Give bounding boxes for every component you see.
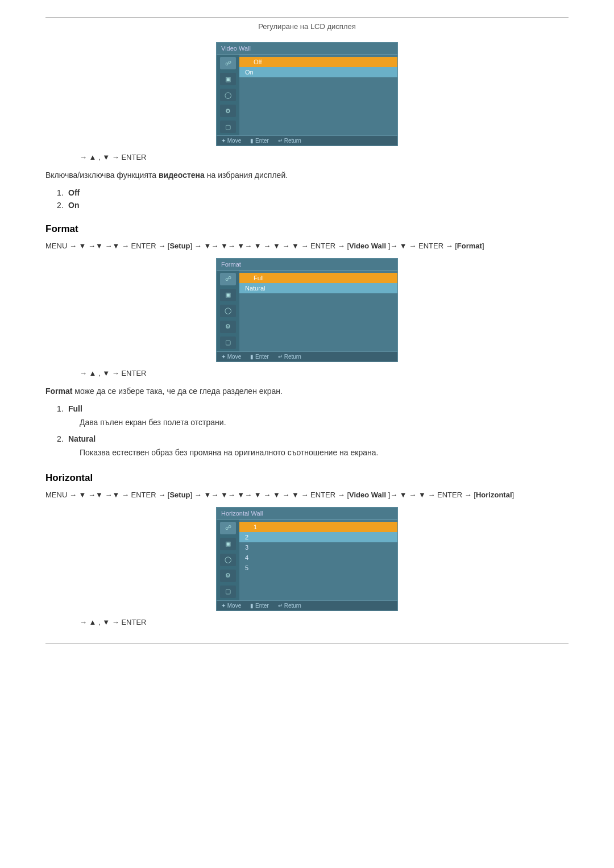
list-label-off: Off [68, 188, 80, 197]
format-option-natural[interactable]: Natural [239, 283, 397, 293]
format-icon-doc: ▢ [220, 337, 236, 349]
format-footer: ✦ Move ▮ Enter ↵ Return [217, 351, 397, 362]
footer-enter: ▮ Enter [250, 138, 269, 144]
videowall-list-item-2: 2. On [45, 201, 569, 210]
horizontal-title: Horizontal Wall [217, 508, 397, 520]
option-off[interactable]: ✓ Off [239, 57, 397, 67]
format-nav-hint: → ▲ , ▼ → ENTER [80, 369, 569, 377]
nav-hint-text: → ▲ , ▼ → ENTER [80, 153, 146, 161]
horiz-icon-circle: ◯ [220, 554, 236, 566]
horiz-option-5[interactable]: 5 [239, 563, 397, 573]
videowall-icons: ☍ ▣ ◯ ⚙ ▢ [217, 55, 239, 135]
horiz-option-3[interactable]: 3 [239, 542, 397, 553]
format-footer-return: ↵ Return [278, 354, 301, 360]
list-number-2: 2. [45, 201, 68, 210]
horiz-option-4[interactable]: 4 [239, 553, 397, 563]
videowall-description: Включва/изключва функцията видеостена на… [45, 169, 569, 181]
horizontal-options: ✓ 1 2 3 4 5 [239, 520, 397, 600]
videowall-list-item-1: 1. Off [45, 188, 569, 197]
format-list-item-2: 2. Natural [45, 434, 569, 443]
format-sub-natural: Показва естествен образ без промяна на о… [80, 447, 569, 459]
horiz-footer-return: ↵ Return [278, 603, 301, 609]
videowall-footer: ✦ Move ▮ Enter ↵ Return [217, 135, 397, 146]
format-description: Format може да се избере така, че да се … [45, 385, 569, 397]
horiz-icon-picture: ☍ [220, 522, 236, 534]
icon-gear: ⚙ [220, 105, 236, 117]
format-option-full[interactable]: ✓ Full [239, 273, 397, 283]
format-icon-picture: ☍ [220, 273, 236, 285]
format-footer-move: ✦ Move [221, 354, 241, 360]
format-body: ☍ ▣ ◯ ⚙ ▢ ✓ Full Natural [217, 271, 397, 351]
option-on[interactable]: On [239, 67, 397, 77]
footer-return: ↵ Return [278, 138, 301, 144]
icon-doc: ▢ [220, 121, 236, 133]
horiz-icon-gear: ⚙ [220, 570, 236, 582]
horizontal-icons: ☍ ▣ ◯ ⚙ ▢ [217, 520, 239, 600]
videowall-title: Video Wall [217, 43, 397, 55]
format-icons: ☍ ▣ ◯ ⚙ ▢ [217, 271, 239, 351]
videowall-body: ☍ ▣ ◯ ⚙ ▢ ✓ Off On [217, 55, 397, 135]
format-sub-full: Дава пълен екран без полета отстрани. [80, 417, 569, 429]
videowall-nav-hint: → ▲ , ▼ → ENTER [80, 153, 569, 161]
bottom-rule [45, 643, 569, 644]
format-screenshot: Format ☍ ▣ ◯ ⚙ ▢ ✓ Full Natural ✦ Move ▮… [216, 258, 398, 362]
horiz-nav-hint-text: → ▲ , ▼ → ENTER [80, 618, 146, 626]
format-label-natural: Natural [68, 434, 96, 443]
page-title: Регулиране на LCD дисплея [45, 22, 569, 31]
horizontal-body: ☍ ▣ ◯ ⚙ ▢ ✓ 1 2 3 4 5 [217, 520, 397, 600]
horizontal-footer: ✦ Move ▮ Enter ↵ Return [217, 600, 397, 610]
horiz-footer-move: ✦ Move [221, 603, 241, 609]
format-heading: Format [45, 223, 569, 235]
format-label-full: Full [68, 404, 82, 413]
icon-circle: ◯ [220, 89, 236, 101]
horiz-icon-display: ▣ [220, 538, 236, 550]
horiz-option-1[interactable]: ✓ 1 [239, 522, 397, 532]
format-nav-hint-text: → ▲ , ▼ → ENTER [80, 369, 146, 377]
format-title: Format [217, 259, 397, 271]
icon-picture: ☍ [220, 57, 236, 69]
format-icon-gear: ⚙ [220, 321, 236, 333]
top-rule [45, 17, 569, 18]
format-icon-circle: ◯ [220, 305, 236, 317]
list-number-1: 1. [45, 188, 68, 197]
format-list-num-2: 2. [45, 434, 68, 443]
horiz-icon-doc: ▢ [220, 585, 236, 598]
horiz-option-2[interactable]: 2 [239, 532, 397, 542]
videowall-screenshot: Video Wall ☍ ▣ ◯ ⚙ ▢ ✓ Off On ✦ Move ▮ E… [216, 42, 398, 146]
page-container: Регулиране на LCD дисплея Video Wall ☍ ▣… [0, 0, 614, 868]
footer-move: ✦ Move [221, 138, 241, 144]
format-options: ✓ Full Natural [239, 271, 397, 351]
format-icon-display: ▣ [220, 289, 236, 301]
list-label-on: On [68, 201, 79, 210]
horizontal-screenshot: Horizontal Wall ☍ ▣ ◯ ⚙ ▢ ✓ 1 2 3 4 5 ✦ … [216, 507, 398, 611]
format-list-num-1: 1. [45, 404, 68, 413]
horiz-footer-enter: ▮ Enter [250, 603, 269, 609]
horizontal-nav-hint: → ▲ , ▼ → ENTER [80, 618, 569, 626]
format-menu-nav: MENU → ▼ →▼ →▼ → ENTER → [Setup] → ▼→ ▼→… [45, 240, 569, 252]
horizontal-heading: Horizontal [45, 472, 569, 484]
format-footer-enter: ▮ Enter [250, 354, 269, 360]
format-list-item-1: 1. Full [45, 404, 569, 413]
videowall-options: ✓ Off On [239, 55, 397, 135]
icon-display: ▣ [220, 73, 236, 85]
horizontal-menu-nav: MENU → ▼ →▼ →▼ → ENTER → [Setup] → ▼→ ▼→… [45, 489, 569, 501]
